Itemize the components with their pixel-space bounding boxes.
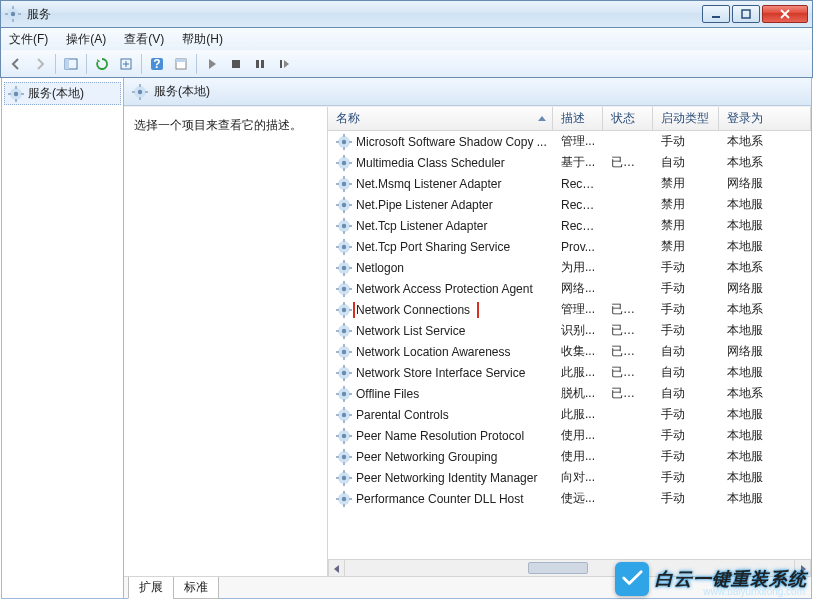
maximize-button[interactable] [732, 5, 760, 23]
pause-service-button[interactable] [249, 53, 271, 75]
minimize-button[interactable] [702, 5, 730, 23]
forward-button[interactable] [29, 53, 51, 75]
help-button[interactable]: ? [146, 53, 168, 75]
gear-icon [336, 281, 352, 297]
service-logon: 本地系 [719, 259, 811, 276]
svg-rect-6 [712, 16, 720, 18]
menu-view[interactable]: 查看(V) [120, 29, 168, 50]
service-startup: 手动 [653, 469, 719, 486]
service-desc: 管理... [553, 133, 603, 150]
service-startup: 手动 [653, 133, 719, 150]
service-desc: Rece... [553, 177, 603, 191]
service-row[interactable]: Parental Controls此服...手动本地服 [328, 404, 811, 425]
service-row[interactable]: Net.Tcp Listener AdapterRece...禁用本地服 [328, 215, 811, 236]
service-status: 已启动 [603, 154, 653, 171]
menu-file[interactable]: 文件(F) [5, 29, 52, 50]
service-row[interactable]: Network Store Interface Service此服...已启动自… [328, 362, 811, 383]
service-startup: 手动 [653, 280, 719, 297]
gear-icon [336, 155, 352, 171]
service-row[interactable]: Network List Service识别...已启动手动本地服 [328, 320, 811, 341]
tree-item-services-local[interactable]: 服务(本地) [4, 82, 121, 105]
col-startup[interactable]: 启动类型 [653, 107, 719, 130]
service-row[interactable]: Network Connections管理...已启动手动本地系 [328, 299, 811, 320]
service-logon: 本地服 [719, 406, 811, 423]
tab-extended[interactable]: 扩展 [128, 577, 174, 599]
export-button[interactable] [115, 53, 137, 75]
gear-icon [336, 491, 352, 507]
restart-service-button[interactable] [273, 53, 295, 75]
service-desc: Prov... [553, 240, 603, 254]
service-name: Peer Networking Grouping [356, 450, 497, 464]
service-startup: 禁用 [653, 175, 719, 192]
service-name: Network Connections [356, 303, 476, 317]
menu-action[interactable]: 操作(A) [62, 29, 110, 50]
service-name: Network Location Awareness [356, 345, 511, 359]
gear-icon [336, 365, 352, 381]
service-row[interactable]: Net.Tcp Port Sharing ServiceProv...禁用本地服 [328, 236, 811, 257]
col-logon[interactable]: 登录为 [719, 107, 811, 130]
tree-item-label: 服务(本地) [28, 85, 84, 102]
show-hide-tree-button[interactable] [60, 53, 82, 75]
stop-service-button[interactable] [225, 53, 247, 75]
service-row[interactable]: Peer Networking Identity Manager向对...手动本… [328, 467, 811, 488]
service-row[interactable]: Net.Msmq Listener AdapterRece...禁用网络服 [328, 173, 811, 194]
svg-rect-17 [261, 60, 264, 68]
service-logon: 网络服 [719, 280, 811, 297]
service-desc: 网络... [553, 280, 603, 297]
close-button[interactable] [762, 5, 808, 23]
start-service-button[interactable] [201, 53, 223, 75]
service-desc: Rece... [553, 219, 603, 233]
tab-standard[interactable]: 标准 [173, 577, 219, 599]
service-row[interactable]: Peer Name Resolution Protocol使用...手动本地服 [328, 425, 811, 446]
col-name[interactable]: 名称 [328, 107, 553, 130]
service-startup: 自动 [653, 343, 719, 360]
service-desc: 脱机... [553, 385, 603, 402]
properties-button[interactable] [170, 53, 192, 75]
service-row[interactable]: Microsoft Software Shadow Copy ...管理...手… [328, 131, 811, 152]
column-headers: 名称 描述 状态 启动类型 登录为 [328, 107, 811, 131]
watermark-url: www.baiyunxitong.com [703, 586, 805, 597]
service-row[interactable]: Netlogon为用...手动本地系 [328, 257, 811, 278]
service-desc: 收集... [553, 343, 603, 360]
service-row[interactable]: Network Location Awareness收集...已启动自动网络服 [328, 341, 811, 362]
service-row[interactable]: Peer Networking Grouping使用...手动本地服 [328, 446, 811, 467]
service-logon: 本地服 [719, 196, 811, 213]
svg-text:?: ? [153, 57, 160, 71]
gear-icon [336, 239, 352, 255]
service-startup: 手动 [653, 322, 719, 339]
scroll-thumb[interactable] [528, 562, 588, 574]
service-status: 已启动 [603, 343, 653, 360]
service-startup: 自动 [653, 364, 719, 381]
service-list[interactable]: Microsoft Software Shadow Copy ...管理...手… [328, 131, 811, 559]
refresh-button[interactable] [91, 53, 113, 75]
service-row[interactable]: Performance Counter DLL Host使远...手动本地服 [328, 488, 811, 509]
service-name: Network Store Interface Service [356, 366, 525, 380]
col-desc[interactable]: 描述 [553, 107, 603, 130]
service-logon: 本地服 [719, 364, 811, 381]
gear-icon [336, 176, 352, 192]
service-logon: 本地系 [719, 301, 811, 318]
service-row[interactable]: Network Access Protection Agent网络...手动网络… [328, 278, 811, 299]
scroll-left-button[interactable] [328, 560, 345, 576]
service-name: Performance Counter DLL Host [356, 492, 524, 506]
detail-header-title: 服务(本地) [154, 83, 210, 100]
gear-icon [336, 386, 352, 402]
service-logon: 本地服 [719, 238, 811, 255]
service-name: Parental Controls [356, 408, 449, 422]
service-row[interactable]: Offline Files脱机...已启动自动本地系 [328, 383, 811, 404]
gear-icon [336, 323, 352, 339]
svg-rect-9 [65, 59, 69, 69]
col-status[interactable]: 状态 [603, 107, 653, 130]
window-title: 服务 [27, 6, 51, 23]
menu-help[interactable]: 帮助(H) [178, 29, 227, 50]
service-row[interactable]: Multimedia Class Scheduler基于...已启动自动本地系 [328, 152, 811, 173]
gear-icon [336, 197, 352, 213]
service-desc: Rece... [553, 198, 603, 212]
service-logon: 本地系 [719, 133, 811, 150]
back-button[interactable] [5, 53, 27, 75]
service-logon: 本地服 [719, 490, 811, 507]
service-desc: 向对... [553, 469, 603, 486]
service-name: Peer Networking Identity Manager [356, 471, 537, 485]
watermark-badge [615, 562, 649, 596]
service-row[interactable]: Net.Pipe Listener AdapterRece...禁用本地服 [328, 194, 811, 215]
